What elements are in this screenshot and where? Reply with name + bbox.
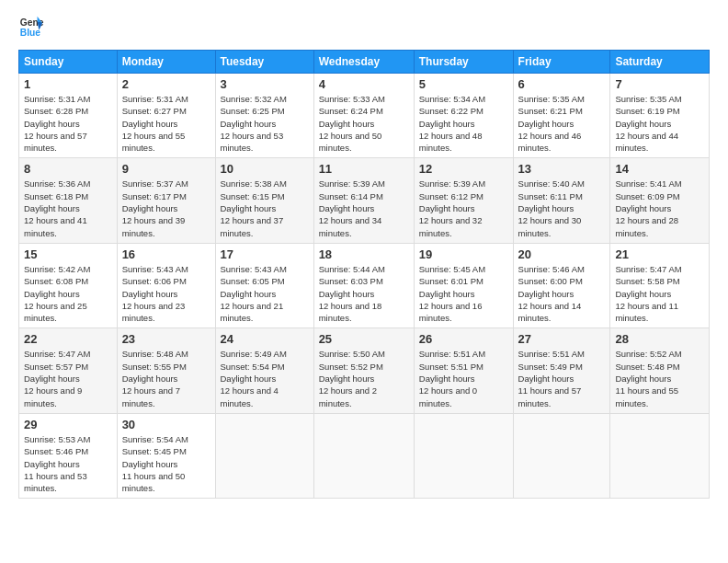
weekday-header: Wednesday xyxy=(313,51,414,74)
day-number: 17 xyxy=(221,247,309,261)
day-info: Sunrise: 5:47 AMSunset: 5:57 PMDaylight … xyxy=(24,349,90,408)
day-number: 22 xyxy=(24,332,112,346)
calendar-cell: 28Sunrise: 5:52 AMSunset: 5:48 PMDayligh… xyxy=(610,328,710,413)
day-info: Sunrise: 5:39 AMSunset: 6:14 PMDaylight … xyxy=(319,178,385,237)
calendar-cell: 23Sunrise: 5:48 AMSunset: 5:55 PMDayligh… xyxy=(117,328,215,413)
day-info: Sunrise: 5:36 AMSunset: 6:18 PMDaylight … xyxy=(24,178,90,237)
calendar-cell: 24Sunrise: 5:49 AMSunset: 5:54 PMDayligh… xyxy=(215,328,313,413)
calendar-cell: 5Sunrise: 5:34 AMSunset: 6:22 PMDaylight… xyxy=(414,74,513,158)
day-number: 11 xyxy=(319,162,409,176)
day-info: Sunrise: 5:35 AMSunset: 6:19 PMDaylight … xyxy=(615,94,681,153)
day-info: Sunrise: 5:35 AMSunset: 6:21 PMDaylight … xyxy=(518,94,585,153)
day-number: 25 xyxy=(319,332,409,346)
day-number: 19 xyxy=(419,247,508,261)
calendar-cell xyxy=(610,413,710,498)
calendar-cell: 26Sunrise: 5:51 AMSunset: 5:51 PMDayligh… xyxy=(414,328,513,413)
day-number: 7 xyxy=(615,77,704,91)
logo: General Blue xyxy=(18,15,44,40)
day-number: 8 xyxy=(24,162,112,176)
calendar-cell: 21Sunrise: 5:47 AMSunset: 5:58 PMDayligh… xyxy=(610,243,710,327)
weekday-header: Saturday xyxy=(610,51,710,74)
day-info: Sunrise: 5:33 AMSunset: 6:24 PMDaylight … xyxy=(319,94,385,153)
day-info: Sunrise: 5:49 AMSunset: 5:54 PMDaylight … xyxy=(221,349,287,408)
day-number: 14 xyxy=(615,162,704,176)
calendar-cell: 3Sunrise: 5:32 AMSunset: 6:25 PMDaylight… xyxy=(215,74,313,158)
calendar-cell: 1Sunrise: 5:31 AMSunset: 6:28 PMDaylight… xyxy=(19,74,118,158)
weekday-header: Sunday xyxy=(19,51,118,74)
calendar-cell: 6Sunrise: 5:35 AMSunset: 6:21 PMDaylight… xyxy=(513,74,610,158)
weekday-header: Monday xyxy=(117,51,215,74)
calendar-cell: 22Sunrise: 5:47 AMSunset: 5:57 PMDayligh… xyxy=(19,328,118,413)
calendar-cell: 14Sunrise: 5:41 AMSunset: 6:09 PMDayligh… xyxy=(610,158,710,243)
calendar-cell: 2Sunrise: 5:31 AMSunset: 6:27 PMDaylight… xyxy=(117,74,215,158)
day-number: 26 xyxy=(419,332,508,346)
calendar-cell: 20Sunrise: 5:46 AMSunset: 6:00 PMDayligh… xyxy=(513,243,610,327)
day-info: Sunrise: 5:34 AMSunset: 6:22 PMDaylight … xyxy=(419,94,485,153)
day-info: Sunrise: 5:40 AMSunset: 6:11 PMDaylight … xyxy=(518,178,585,237)
calendar-cell: 25Sunrise: 5:50 AMSunset: 5:52 PMDayligh… xyxy=(313,328,414,413)
day-number: 18 xyxy=(319,247,409,261)
calendar-table: SundayMondayTuesdayWednesdayThursdayFrid… xyxy=(18,50,710,499)
day-info: Sunrise: 5:50 AMSunset: 5:52 PMDaylight … xyxy=(319,349,385,408)
day-info: Sunrise: 5:43 AMSunset: 6:05 PMDaylight … xyxy=(221,264,287,323)
day-number: 12 xyxy=(419,162,508,176)
day-info: Sunrise: 5:51 AMSunset: 5:49 PMDaylight … xyxy=(518,349,585,408)
calendar-cell: 30Sunrise: 5:54 AMSunset: 5:45 PMDayligh… xyxy=(117,413,215,498)
logo-icon: General Blue xyxy=(18,15,44,40)
weekday-header: Friday xyxy=(513,51,610,74)
day-info: Sunrise: 5:52 AMSunset: 5:48 PMDaylight … xyxy=(615,349,681,408)
calendar-cell: 9Sunrise: 5:37 AMSunset: 6:17 PMDaylight… xyxy=(117,158,215,243)
day-number: 13 xyxy=(518,162,606,176)
calendar-cell: 27Sunrise: 5:51 AMSunset: 5:49 PMDayligh… xyxy=(513,328,610,413)
calendar-cell: 4Sunrise: 5:33 AMSunset: 6:24 PMDaylight… xyxy=(313,74,414,158)
day-number: 9 xyxy=(122,162,210,176)
day-number: 23 xyxy=(122,332,210,346)
day-info: Sunrise: 5:37 AMSunset: 6:17 PMDaylight … xyxy=(122,178,188,237)
calendar-cell: 17Sunrise: 5:43 AMSunset: 6:05 PMDayligh… xyxy=(215,243,313,327)
calendar-cell: 19Sunrise: 5:45 AMSunset: 6:01 PMDayligh… xyxy=(414,243,513,327)
day-info: Sunrise: 5:46 AMSunset: 6:00 PMDaylight … xyxy=(518,264,585,323)
calendar-cell: 13Sunrise: 5:40 AMSunset: 6:11 PMDayligh… xyxy=(513,158,610,243)
weekday-header: Tuesday xyxy=(215,51,313,74)
day-number: 29 xyxy=(24,418,112,431)
day-info: Sunrise: 5:54 AMSunset: 5:45 PMDaylight … xyxy=(122,434,188,493)
day-number: 3 xyxy=(221,77,309,91)
calendar-cell: 16Sunrise: 5:43 AMSunset: 6:06 PMDayligh… xyxy=(117,243,215,327)
day-number: 30 xyxy=(122,418,210,431)
calendar-cell: 15Sunrise: 5:42 AMSunset: 6:08 PMDayligh… xyxy=(19,243,118,327)
day-number: 10 xyxy=(221,162,309,176)
day-info: Sunrise: 5:31 AMSunset: 6:28 PMDaylight … xyxy=(24,94,90,153)
day-number: 24 xyxy=(221,332,309,346)
day-info: Sunrise: 5:42 AMSunset: 6:08 PMDaylight … xyxy=(24,264,90,323)
day-info: Sunrise: 5:53 AMSunset: 5:46 PMDaylight … xyxy=(24,434,90,493)
calendar-cell xyxy=(513,413,610,498)
day-info: Sunrise: 5:45 AMSunset: 6:01 PMDaylight … xyxy=(419,264,485,323)
calendar-cell: 12Sunrise: 5:39 AMSunset: 6:12 PMDayligh… xyxy=(414,158,513,243)
day-number: 16 xyxy=(122,247,210,261)
day-info: Sunrise: 5:39 AMSunset: 6:12 PMDaylight … xyxy=(419,178,485,237)
day-info: Sunrise: 5:44 AMSunset: 6:03 PMDaylight … xyxy=(319,264,385,323)
day-info: Sunrise: 5:48 AMSunset: 5:55 PMDaylight … xyxy=(122,349,188,408)
day-number: 20 xyxy=(518,247,606,261)
day-number: 28 xyxy=(615,332,704,346)
calendar-cell xyxy=(414,413,513,498)
day-number: 4 xyxy=(319,77,409,91)
calendar-cell: 10Sunrise: 5:38 AMSunset: 6:15 PMDayligh… xyxy=(215,158,313,243)
calendar-cell xyxy=(313,413,414,498)
day-number: 2 xyxy=(122,77,210,91)
day-number: 21 xyxy=(615,247,704,261)
day-number: 6 xyxy=(518,77,606,91)
calendar-cell: 29Sunrise: 5:53 AMSunset: 5:46 PMDayligh… xyxy=(19,413,118,498)
calendar-cell: 8Sunrise: 5:36 AMSunset: 6:18 PMDaylight… xyxy=(19,158,118,243)
calendar-cell: 11Sunrise: 5:39 AMSunset: 6:14 PMDayligh… xyxy=(313,158,414,243)
day-number: 15 xyxy=(24,247,112,261)
day-info: Sunrise: 5:47 AMSunset: 5:58 PMDaylight … xyxy=(615,264,681,323)
day-info: Sunrise: 5:32 AMSunset: 6:25 PMDaylight … xyxy=(221,94,287,153)
day-number: 5 xyxy=(419,77,508,91)
day-number: 1 xyxy=(24,77,112,91)
day-info: Sunrise: 5:51 AMSunset: 5:51 PMDaylight … xyxy=(419,349,485,408)
day-number: 27 xyxy=(518,332,606,346)
day-info: Sunrise: 5:31 AMSunset: 6:27 PMDaylight … xyxy=(122,94,188,153)
day-info: Sunrise: 5:41 AMSunset: 6:09 PMDaylight … xyxy=(615,178,681,237)
svg-text:Blue: Blue xyxy=(20,28,41,38)
